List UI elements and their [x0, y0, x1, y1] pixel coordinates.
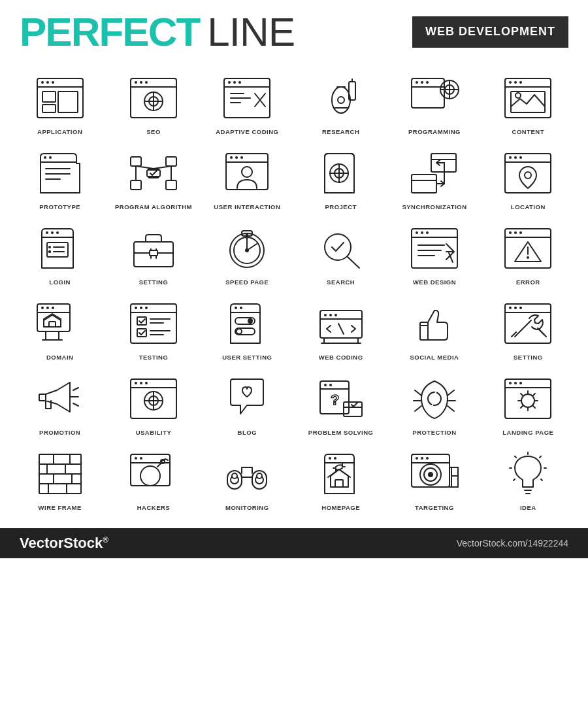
svg-point-42 — [509, 81, 512, 84]
icon-cell-seo: SEO — [106, 65, 200, 141]
icon-label-search: SEARCH — [327, 278, 355, 286]
svg-point-20 — [233, 81, 236, 84]
icon-label-research: RESEARCH — [322, 128, 359, 135]
header-badge: WEB DEVELOPMENT — [412, 16, 568, 47]
icon-web-design — [405, 222, 464, 275]
svg-point-49 — [49, 156, 52, 159]
icon-label-setting2: SETTING — [514, 354, 543, 361]
svg-point-68 — [242, 167, 252, 177]
svg-line-176 — [73, 403, 78, 406]
icon-web-coding — [312, 297, 370, 350]
svg-point-161 — [335, 314, 337, 316]
icon-seo — [124, 72, 183, 124]
svg-point-179 — [135, 382, 137, 384]
svg-point-4 — [52, 81, 54, 84]
icon-cell-user-interaction: USER INTERACTION — [201, 141, 294, 216]
svg-rect-90 — [47, 243, 68, 257]
icon-label-web-coding: WEB CODING — [319, 354, 363, 361]
icon-cell-programming: PROGRAMMING — [387, 65, 481, 141]
icon-cell-targeting: TARGETING — [387, 441, 481, 516]
icon-wire-frame — [31, 448, 90, 500]
icon-cell-setting2: SETTING — [482, 291, 575, 366]
svg-rect-5 — [42, 92, 56, 102]
svg-point-88 — [51, 231, 54, 234]
svg-point-132 — [46, 307, 49, 309]
svg-point-204 — [519, 382, 522, 384]
svg-rect-7 — [58, 92, 78, 112]
icon-problem-solving: ? — [312, 373, 370, 425]
icon-user-interaction — [218, 147, 276, 199]
svg-point-108 — [245, 248, 249, 252]
icon-setting2 — [498, 297, 557, 350]
header-badge-text: WEB DEVELOPMENT — [425, 24, 555, 39]
svg-point-124 — [514, 231, 517, 234]
icon-label-setting: SETTING — [139, 278, 169, 286]
icon-label-location: LOCATION — [511, 203, 546, 210]
svg-point-159 — [324, 314, 327, 316]
icon-cell-blog: BLOG — [201, 366, 294, 441]
svg-point-25 — [332, 87, 350, 113]
header-perfect: PERFECT — [20, 12, 199, 52]
svg-point-247 — [426, 457, 429, 460]
icon-user-setting — [218, 297, 276, 350]
footer-logo-text: VectorStock® — [20, 535, 108, 551]
svg-rect-56 — [131, 180, 141, 190]
svg-point-43 — [514, 81, 517, 84]
icon-protection — [405, 373, 464, 425]
icon-setting — [124, 222, 183, 275]
icon-usability — [124, 373, 183, 425]
svg-line-264 — [541, 479, 542, 480]
svg-line-213 — [521, 406, 523, 408]
svg-point-89 — [56, 231, 59, 234]
icon-cell-project: PROJECT — [294, 141, 387, 216]
icon-cell-testing: TESTING — [106, 291, 200, 366]
svg-point-30 — [338, 97, 344, 103]
svg-point-67 — [240, 156, 243, 159]
svg-point-138 — [140, 307, 142, 309]
svg-line-212 — [533, 394, 535, 395]
icon-cell-speed-page: SPEED PAGE — [201, 216, 294, 291]
footer-url: VectorStock.com/14922244 — [457, 538, 568, 548]
svg-point-115 — [421, 231, 423, 234]
icon-hackers — [124, 448, 183, 500]
icon-label-targeting: TARGETING — [415, 504, 454, 511]
svg-rect-173 — [39, 394, 46, 401]
icon-grid: APPLICATION SEO — [0, 59, 588, 523]
icon-cell-homepage: HOMEPAGE — [294, 441, 387, 516]
svg-point-46 — [515, 93, 521, 98]
icon-label-wire-frame: WIRE FRAME — [39, 504, 82, 511]
icon-cell-domain: DOMAIN — [13, 291, 106, 366]
icon-testing — [124, 297, 183, 350]
svg-point-240 — [329, 457, 331, 460]
icon-cell-protection: PROTECTION — [387, 366, 481, 441]
icon-cell-application: APPLICATION — [13, 65, 106, 141]
icon-label-content: CONTENT — [512, 128, 544, 135]
icon-cell-setting: SETTING — [106, 216, 200, 291]
svg-point-85 — [525, 172, 531, 178]
svg-point-93 — [48, 250, 51, 253]
svg-line-58 — [136, 166, 154, 169]
icon-label-problem-solving: PROBLEM SOLVING — [308, 429, 374, 436]
svg-line-197 — [448, 390, 454, 395]
icon-programming — [405, 72, 464, 124]
icon-cell-web-design: WEB DESIGN — [387, 216, 481, 291]
icon-label-adaptive-coding: ADAPTIVE CODING — [216, 128, 278, 135]
icon-homepage — [312, 448, 370, 500]
icon-label-login: LOGIN — [49, 278, 71, 286]
icon-cell-promotion: PROMOTION — [13, 366, 106, 441]
header-line: LINE — [207, 12, 295, 52]
icon-speed-page — [218, 222, 276, 275]
svg-point-84 — [519, 156, 522, 159]
svg-rect-242 — [335, 480, 343, 487]
svg-point-21 — [238, 81, 241, 84]
icon-domain — [31, 297, 90, 350]
svg-point-245 — [416, 457, 418, 460]
icon-label-web-design: WEB DESIGN — [413, 278, 456, 286]
svg-point-180 — [140, 382, 142, 384]
icon-label-project: PROJECT — [325, 203, 356, 210]
svg-point-131 — [41, 307, 44, 309]
svg-line-263 — [514, 479, 515, 480]
header: PERFECT LINE WEB DEVELOPMENT — [0, 0, 588, 59]
svg-point-33 — [416, 81, 418, 84]
svg-line-169 — [515, 320, 531, 337]
